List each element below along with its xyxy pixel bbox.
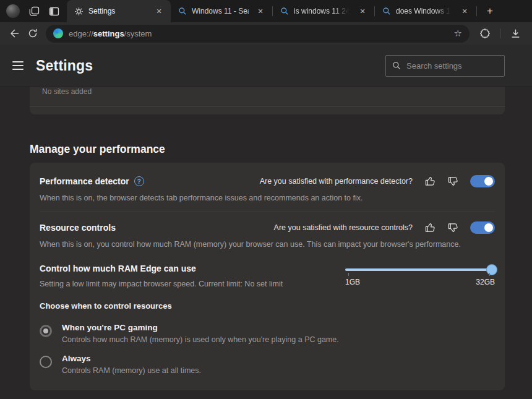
resource-controls-title: Resource controls [40,223,116,233]
refresh-button[interactable] [24,25,42,42]
tab-label: Settings [88,7,147,15]
slider-max-label: 32GB [476,278,495,286]
search-icon [382,7,391,15]
radio-description: Controls how much RAM (memory) is used o… [62,335,339,344]
browser-essentials-icon [479,28,491,39]
ram-slider: 1GB 32GB [345,264,495,289]
section-heading: Manage your performance [30,143,505,156]
close-icon[interactable]: ✕ [356,4,369,18]
tab-does-windows-11-24h[interactable]: does Windows 11 24H ✕ [375,0,476,22]
resource-controls-toggle[interactable] [470,221,495,234]
resource-controls-row: Resource controls Are you satisfied with… [40,212,495,256]
gear-icon [74,7,84,16]
performance-detector-description: When this is on, the browser detects tab… [40,193,495,203]
profile-avatar[interactable] [6,4,20,18]
choose-when-title: Choose when to control resources [40,301,495,311]
settings-search[interactable] [385,55,505,77]
ram-limit-row: Control how much RAM Edge can use Settin… [40,257,495,293]
downloads-button[interactable] [506,25,525,42]
close-icon[interactable]: ✕ [152,4,166,18]
tab-label: is windows 11 24h2 sa [294,7,351,15]
no-sites-text: No sites added [30,87,505,96]
help-icon[interactable]: ? [134,176,144,186]
browser-tab-strip: Settings ✕ Windows 11 - Search ✕ is wind… [0,0,532,22]
url-text[interactable]: edge://settings/system [69,29,448,38]
search-input[interactable] [406,61,498,71]
performance-detector-row: Performance detector ? Are you satisfied… [40,163,495,212]
ram-slider-ticks [345,271,495,276]
url-scheme: edge:// [69,29,93,38]
feedback-question: Are you satisfied with resource controls… [274,223,413,232]
thumbs-up-icon[interactable] [424,176,435,187]
radio-button[interactable] [40,356,52,368]
close-icon[interactable]: ✕ [458,4,471,18]
settings-header: Settings [0,45,532,87]
back-arrow-icon [9,28,20,39]
radio-option-pc-gaming[interactable]: When you're PC gaming Controls how much … [40,319,495,350]
feedback-question: Are you satisfied with performance detec… [260,177,413,186]
workspaces-icon[interactable] [29,6,40,17]
search-icon [280,7,289,15]
ram-limit-title: Control how much RAM Edge can use [40,264,283,273]
address-bar[interactable]: edge://settings/system ☆ [46,25,470,43]
search-icon [392,61,401,70]
close-icon[interactable]: ✕ [254,4,267,18]
toolbar-separator [500,28,500,38]
radio-option-always[interactable]: Always Controls RAM (memory) use at all … [40,350,495,380]
radio-label: Always [62,354,201,363]
tab-label: Windows 11 - Search [192,7,249,15]
thumbs-down-icon[interactable] [447,222,458,233]
menu-icon[interactable] [12,61,24,70]
tab-settings[interactable]: Settings ✕ [67,0,171,22]
edge-logo-icon [53,28,63,38]
favorite-star-icon[interactable]: ☆ [454,28,462,39]
radio-description: Controls RAM (memory) use at all times. [62,366,201,375]
search-icon [178,7,187,15]
url-host: settings [93,29,124,38]
tab-windows-11-search[interactable]: Windows 11 - Search ✕ [171,0,272,22]
tab-is-windows-11-24h2[interactable]: is windows 11 24h2 sa ✕ [273,0,374,22]
performance-detector-toggle[interactable] [470,175,495,187]
download-icon [510,28,521,39]
performance-detector-title: Performance detector [40,176,129,186]
browser-toolbar: edge://settings/system ☆ [0,22,532,45]
resource-controls-description: When this is on, you control how much RA… [40,239,495,249]
refresh-icon [28,28,38,38]
tab-separator [476,6,477,16]
slider-min-label: 1GB [345,278,360,286]
sites-card-footer [30,106,505,114]
url-path: /system [124,29,152,38]
radio-label: When you're PC gaming [62,323,339,332]
settings-content: No sites added Manage your performance P… [0,87,532,390]
browser-essentials-button[interactable] [476,25,494,42]
radio-button[interactable] [40,325,52,337]
performance-card: Performance detector ? Are you satisfied… [30,163,505,390]
tab-actions-icon[interactable] [49,6,59,17]
ram-limit-description: Setting a low limit may impact browser s… [40,279,283,289]
thumbs-up-icon[interactable] [424,222,435,233]
thumbs-down-icon[interactable] [447,176,458,187]
tabbar-left-controls [0,0,67,22]
sites-card: No sites added [30,87,505,114]
page-title: Settings [36,58,93,74]
back-button[interactable] [5,25,24,42]
tab-label: does Windows 11 24H [396,7,453,15]
new-tab-button[interactable]: + [481,3,499,19]
